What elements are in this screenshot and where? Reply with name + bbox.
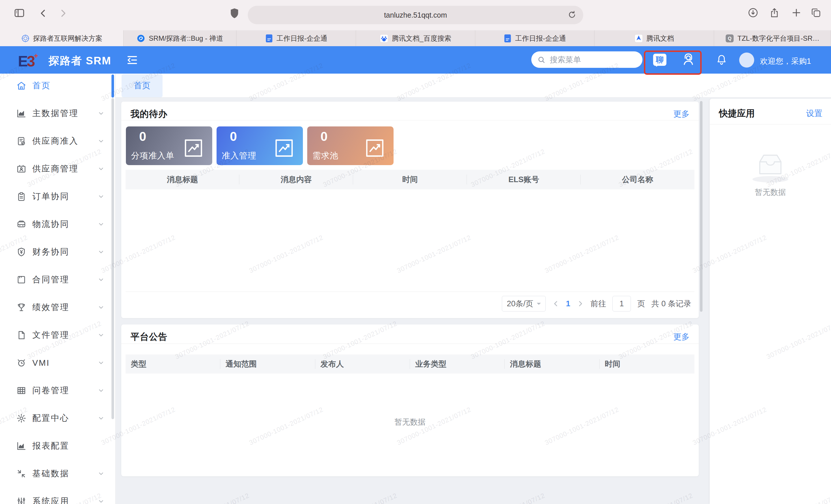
gear-icon bbox=[16, 413, 27, 423]
column-header-通知范围: 通知范围 bbox=[220, 354, 315, 374]
vendor-card-icon bbox=[16, 164, 27, 174]
trend-square-icon bbox=[364, 137, 386, 159]
browser-tab-0[interactable]: 探路者互联网解决方案 bbox=[0, 30, 123, 46]
sidebar-item-合同管理[interactable]: 合同管理 bbox=[0, 266, 115, 294]
new-tab-button[interactable] bbox=[791, 7, 802, 19]
annotation-red-box bbox=[644, 51, 701, 75]
sidebar-item-label: VMI bbox=[32, 358, 50, 368]
page-size-select[interactable]: 20条/页 bbox=[502, 296, 546, 312]
sidebar-item-财务协同[interactable]: 财务协同 bbox=[0, 238, 115, 266]
browser-tab-6[interactable]: QTZL-数字化平台项目-SR… bbox=[714, 30, 831, 46]
sidebar-item-配置中心[interactable]: 配置中心 bbox=[0, 405, 115, 432]
sidebar-item-首页[interactable]: 首页 bbox=[0, 72, 115, 99]
sidebar-item-基础数据[interactable]: 基础数据 bbox=[0, 460, 115, 487]
sidebar-scrollbar-thumb[interactable] bbox=[111, 98, 114, 419]
menu-search-input[interactable]: 搜索菜单 bbox=[531, 51, 642, 68]
todo-card-需求池[interactable]: 0需求池 bbox=[307, 126, 394, 165]
content-tab-bar: 首页 bbox=[116, 73, 831, 97]
goto-label: 前往 bbox=[591, 298, 606, 309]
todo-card-分项准入单[interactable]: 0分项准入单 bbox=[126, 126, 212, 165]
watermark-text: 307000-1001-2021/07/12 bbox=[174, 492, 251, 504]
sidebar-toggle-icon[interactable] bbox=[13, 7, 25, 19]
todo-more-link[interactable]: 更多 bbox=[674, 109, 689, 119]
sidebar-item-文件管理[interactable]: 文件管理 bbox=[0, 321, 115, 349]
address-bar[interactable]: tanluzhe.51qqt.com bbox=[248, 6, 583, 24]
back-button[interactable] bbox=[38, 8, 49, 19]
announcement-table-header: 类型通知范围发布人业务类型消息标题时间 bbox=[125, 354, 694, 374]
file-icon bbox=[16, 330, 27, 340]
main-scrollbar-thumb[interactable] bbox=[700, 101, 703, 312]
browser-tab-5[interactable]: 腾讯文档 bbox=[595, 30, 714, 46]
sidebar-item-供应商管理[interactable]: 供应商管理 bbox=[0, 155, 115, 183]
sidebar-item-问卷管理[interactable]: 问卷管理 bbox=[0, 377, 115, 405]
doc-check-icon bbox=[16, 136, 27, 146]
browser-tab-4[interactable]: 工作日报-企企通 bbox=[475, 30, 595, 46]
doc-favicon bbox=[504, 34, 512, 43]
watermark-text: 307000-1001-2021/07/12 bbox=[469, 492, 546, 504]
empty-tray-icon bbox=[754, 152, 786, 178]
compass-favicon bbox=[21, 34, 30, 43]
browser-tab-label: 探路者互联网解决方案 bbox=[33, 34, 103, 43]
browser-tab-label: 腾讯文档_百度搜索 bbox=[392, 34, 451, 43]
reload-icon[interactable] bbox=[567, 10, 577, 20]
sidebar-item-物流协同[interactable]: 物流协同 bbox=[0, 210, 115, 238]
divider bbox=[710, 124, 831, 124]
todo-card-count: 0 bbox=[320, 129, 327, 144]
column-header-ELS账号: ELS账号 bbox=[467, 170, 581, 189]
search-icon bbox=[537, 55, 546, 64]
column-header-消息标题: 消息标题 bbox=[505, 354, 599, 374]
collapse-menu-icon[interactable] bbox=[126, 54, 139, 66]
todo-table-header: 消息标题消息内容时间ELS账号公司名称 bbox=[125, 170, 694, 189]
page-number-1[interactable]: 1 bbox=[566, 299, 570, 308]
goto-page-input[interactable]: 1 bbox=[612, 296, 631, 312]
sidebar-item-系统应用[interactable]: 系统应用 bbox=[0, 487, 115, 504]
sidebar-item-label: 报表配置 bbox=[32, 440, 69, 452]
sidebar-item-label: 配置中心 bbox=[32, 413, 69, 424]
column-header-业务类型: 业务类型 bbox=[410, 354, 505, 374]
chevron-down-icon bbox=[97, 415, 105, 422]
watermark-text: 307000-1001-2021/07/12 bbox=[617, 492, 694, 504]
browser-toolbar: tanluzhe.51qqt.com bbox=[0, 0, 831, 30]
chart-icon bbox=[16, 108, 27, 119]
share-button[interactable] bbox=[769, 7, 780, 19]
chevron-down-icon bbox=[97, 248, 105, 256]
browser-tab-2[interactable]: 工作日报-企企通 bbox=[236, 30, 356, 46]
app-logo: E3+ bbox=[18, 51, 38, 70]
sidebar-item-供应商准入[interactable]: 供应商准入 bbox=[0, 127, 115, 155]
user-avatar[interactable] bbox=[739, 53, 754, 67]
todo-card-准入管理[interactable]: 0准入管理 bbox=[217, 126, 303, 165]
alarm-icon bbox=[16, 358, 27, 368]
forward-button[interactable] bbox=[58, 8, 68, 19]
column-header-消息内容: 消息内容 bbox=[239, 170, 353, 189]
tab-overview-button[interactable] bbox=[810, 7, 822, 19]
sidebar-menu: 首页主数据管理供应商准入供应商管理订单协同物流协同财务协同合同管理绩效管理文件管… bbox=[0, 73, 115, 504]
sidebar-item-订单协同[interactable]: 订单协同 bbox=[0, 183, 115, 210]
downloads-button[interactable] bbox=[747, 7, 759, 19]
privacy-shield-icon[interactable] bbox=[230, 7, 239, 19]
column-header-时间: 时间 bbox=[353, 170, 467, 189]
report-chart-icon bbox=[16, 441, 27, 451]
search-placeholder: 搜索菜单 bbox=[550, 55, 581, 65]
browser-tab-1[interactable]: SRM/探路者::Bug - 禅道 bbox=[123, 30, 236, 46]
sidebar-item-报表配置[interactable]: 报表配置 bbox=[0, 432, 115, 460]
sidebar-item-label: 问卷管理 bbox=[32, 385, 69, 396]
sidebar-item-主数据管理[interactable]: 主数据管理 bbox=[0, 99, 115, 127]
page-label: 页 bbox=[637, 298, 645, 309]
notification-bell-icon[interactable] bbox=[716, 54, 727, 66]
sidebar-item-label: 财务协同 bbox=[32, 246, 69, 258]
sidebar-item-绩效管理[interactable]: 绩效管理 bbox=[0, 294, 115, 321]
browser-tab-label: 腾讯文档 bbox=[647, 34, 674, 43]
total-records-text: 共 0 条记录 bbox=[651, 298, 691, 309]
quick-apps-settings-link[interactable]: 设置 bbox=[806, 108, 822, 119]
next-page-button[interactable] bbox=[577, 300, 584, 307]
chevron-down-icon bbox=[97, 359, 105, 366]
announcement-more-link[interactable]: 更多 bbox=[674, 331, 689, 343]
tab-home[interactable]: 首页 bbox=[121, 74, 163, 97]
browser-tab-3[interactable]: 腾讯文档_百度搜索 bbox=[356, 30, 475, 46]
prev-page-button[interactable] bbox=[552, 300, 560, 307]
app-header: E3+ 探路者 SRM bbox=[0, 46, 831, 73]
sidebar-item-VMI[interactable]: VMI bbox=[0, 349, 115, 377]
sidebar-scrollbar-active[interactable] bbox=[111, 75, 114, 97]
app-name: 探路者 SRM bbox=[49, 54, 111, 68]
chevron-down-icon bbox=[97, 276, 105, 283]
